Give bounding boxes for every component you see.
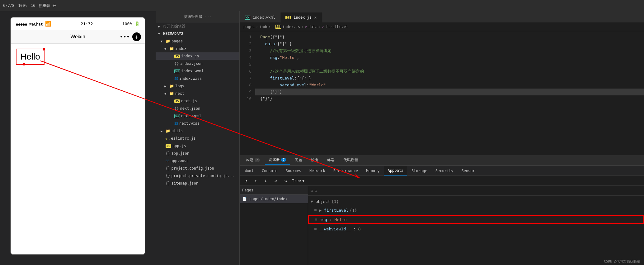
devtools-body: Pages 📄 pages/index/index ⊞ xyxy=(240,186,644,265)
file-next-js[interactable]: JS next.js xyxy=(156,97,239,105)
tab-sensor[interactable]: Sensor xyxy=(458,166,478,176)
tab-wxml-tool[interactable]: Wxml xyxy=(241,166,257,176)
tab-storage[interactable]: Storage xyxy=(408,166,431,176)
pages-label: Pages xyxy=(242,188,253,192)
file-sitemap[interactable]: {} sitemap.json xyxy=(156,180,239,187)
expand-btn[interactable]: ⬆ xyxy=(252,177,260,185)
line-num: 6 xyxy=(240,68,251,75)
webviewid-key: __webviewId__ xyxy=(319,227,351,231)
redo-btn[interactable]: ↪ xyxy=(282,177,289,185)
folder-index[interactable]: ▼ 📁 index xyxy=(156,45,239,52)
file-index-wxml[interactable]: WX index.wxml xyxy=(156,67,239,75)
line-num: 7 ▼ xyxy=(240,75,251,82)
tab-network[interactable]: Network xyxy=(306,166,329,176)
devtools-panel: Wxml Console Sources Network Performance… xyxy=(240,165,644,265)
data-row-webviewid: ⊞ __webviewId__ : 8 xyxy=(308,224,644,233)
top-bar-left: 6/7/8 100% 16 热重载 开 xyxy=(3,3,56,8)
collapse-btn[interactable]: ⬇ xyxy=(262,177,270,185)
tab-memory[interactable]: Memory xyxy=(362,166,383,176)
file-next-wxss[interactable]: SS next.wxss xyxy=(156,120,239,127)
tree-text: Tree xyxy=(292,179,301,183)
code-line-2: data:{"{" } xyxy=(255,41,644,47)
folder-pages[interactable]: ▼ 📁 pages xyxy=(156,37,239,45)
code-line-3: //只有第一级数据可进行双向绑定 xyxy=(255,47,644,54)
tab-debugger-label: 调试器 xyxy=(269,157,280,162)
expand-icon[interactable]: ▼ xyxy=(311,199,313,204)
file-index-json[interactable]: {} index.json xyxy=(156,60,239,67)
tab-appdata[interactable]: AppData xyxy=(384,166,407,176)
breadcrumb-sep-1: › xyxy=(256,25,258,29)
code-content[interactable]: Page({"{"} data:{"{" } //只有第一级数据可进行双向绑定 … xyxy=(255,31,644,155)
file-index-js[interactable]: JS index.js xyxy=(156,52,239,60)
tab-js-icon: JS xyxy=(285,16,291,19)
file-index-wxss[interactable]: SS index.wxss xyxy=(156,75,239,82)
tree-dropdown-icon[interactable]: ▼ xyxy=(302,179,304,183)
tab-close-icon[interactable]: × xyxy=(314,15,317,20)
tab-index-js[interactable]: JS index.js × xyxy=(280,12,322,22)
file-eslint[interactable]: ⚙ .eslintrc.js xyxy=(156,135,239,142)
tab-index-wxml[interactable]: WX index.wxml xyxy=(240,12,280,22)
file-project-private[interactable]: {} project.private.config.js... xyxy=(156,172,239,180)
folder-next[interactable]: ▼ 📁 next xyxy=(156,90,239,97)
phone-frame: ●●●●● WeChat 📶 21:32 100% 🔋 Weixin ••• + xyxy=(11,17,145,254)
page-path: pages/index/index xyxy=(249,197,288,201)
tab-output[interactable]: 输出 xyxy=(307,156,322,165)
tab-issues[interactable]: 问题 xyxy=(291,156,306,165)
tab-sources[interactable]: Sources xyxy=(282,166,305,176)
expand-firstlevel[interactable]: ▶ xyxy=(319,208,322,213)
editor-tabs: WX index.wxml JS index.js × xyxy=(240,11,644,22)
code-line-4: msg:"Hello", xyxy=(255,54,644,61)
tab-security[interactable]: Security xyxy=(432,166,457,176)
webviewid-value: 8 xyxy=(358,227,361,231)
more-icon[interactable]: ••• xyxy=(120,33,130,40)
file-project-config[interactable]: {} project.config.json xyxy=(156,165,239,172)
tab-code-quality-label: 代码质量 xyxy=(343,157,358,163)
open-editors-section[interactable]: ▶ 打开的编辑器 xyxy=(156,22,239,30)
line-numbers: 1 2 3 4 5 6 7 ▼ 8 9 10 xyxy=(240,31,255,155)
line-num: 1 xyxy=(240,34,251,41)
red-dot-bottom xyxy=(23,63,25,65)
data-tree: ▼ object {3} ⊞ ▶ firstLevel {1} xyxy=(308,196,644,234)
msg-key: msg xyxy=(320,217,327,222)
page-title: Weixin xyxy=(70,34,85,40)
msg-sep: : xyxy=(330,217,332,222)
file-next-json[interactable]: {} next.json xyxy=(156,105,239,112)
folder-logs[interactable]: ▶ 📁 logs xyxy=(156,82,239,90)
hello-text: Hello xyxy=(20,52,40,61)
tab-output-label: 输出 xyxy=(311,157,318,163)
project-section[interactable]: ▼ HEIMADAY2 xyxy=(156,30,239,37)
file-app-wxss[interactable]: SS app.wxss xyxy=(156,157,239,165)
right-pane: 资源管理器 ··· ▶ 打开的编辑器 ▼ HEIMADAY2 ▼ 📁 xyxy=(156,11,644,265)
tab-terminal[interactable]: 终端 xyxy=(323,156,338,165)
page-item[interactable]: 📄 pages/index/index xyxy=(240,195,308,203)
breadcrumb-item: index xyxy=(259,25,270,29)
folder-utils[interactable]: ▶ 📁 utils xyxy=(156,127,239,135)
grid-icon-1: ⊞ xyxy=(311,189,313,193)
time-label: 21:32 xyxy=(81,22,93,26)
grid-icon-2: ⊞ xyxy=(315,189,317,193)
file-app-json[interactable]: {} app.json xyxy=(156,150,239,157)
code-line-9: {"}"} xyxy=(255,89,644,95)
grid-col-2: ⊞ xyxy=(315,217,317,222)
undo-btn[interactable]: ↩ xyxy=(272,177,280,185)
breadcrumb-item: index.js xyxy=(282,25,300,29)
camera-icon[interactable]: + xyxy=(132,32,141,41)
zoom-label: 100% xyxy=(18,3,27,8)
grid-col-1: ⊞ xyxy=(314,208,317,212)
refresh-btn[interactable]: ↺ xyxy=(242,177,250,185)
explorer-more[interactable]: ··· xyxy=(205,15,212,19)
file-next-wxml[interactable]: WX next.wxml xyxy=(156,112,239,120)
data-tree-panel: ⊞ ⊞ ▼ object {3} xyxy=(308,186,644,265)
watermark: CSDN @代码对我眨眼睛 xyxy=(600,258,644,265)
hotload-label[interactable]: 热重载 开 xyxy=(39,3,56,8)
tab-console[interactable]: Console xyxy=(258,166,281,176)
data-toolbar: ⊞ ⊞ xyxy=(308,186,644,196)
line-num: 3 xyxy=(240,47,251,54)
tab-debugger[interactable]: 调试器 7 xyxy=(265,156,290,165)
tab-build-label: 构建 xyxy=(246,157,253,163)
tab-performance[interactable]: Performance xyxy=(330,166,362,176)
version-label: 6/7/8 xyxy=(3,3,14,8)
tab-code-quality[interactable]: 代码质量 xyxy=(340,156,362,165)
tab-build[interactable]: 构建 2 xyxy=(242,156,264,165)
file-app-js[interactable]: JS app.js xyxy=(156,142,239,150)
